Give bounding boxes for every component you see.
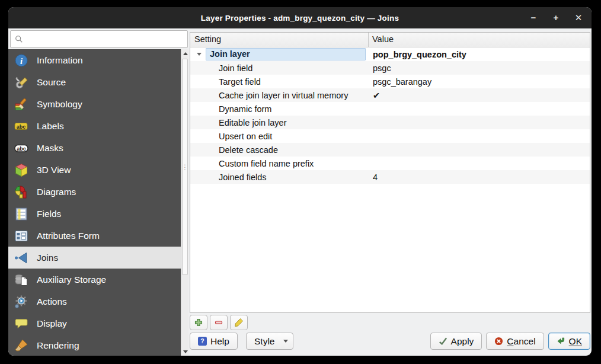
sidebar-item-label: Actions <box>37 296 67 307</box>
actions-icon <box>14 295 28 309</box>
value-cell: pop_brgy_quezon_city <box>368 50 590 59</box>
sidebar-item-3d-view[interactable]: 3D View <box>8 159 181 181</box>
setting-cell: Dynamic form <box>190 102 368 116</box>
table-row-target-field[interactable]: Target fieldpsgc_barangay <box>190 75 590 88</box>
sidebar-item-label: Fields <box>37 209 61 219</box>
setting-label: Join layer <box>206 48 366 60</box>
sidebar-item-label: Source <box>37 77 66 88</box>
joins-icon <box>14 251 28 265</box>
column-header-setting[interactable]: Setting <box>194 34 221 44</box>
window-controls: − + ✕ <box>529 7 583 28</box>
scrollbar-thumb[interactable]: ••• <box>182 59 188 275</box>
sidebar-item-label: Information <box>37 55 83 66</box>
table-row-editable-join-layer[interactable]: Editable join layer <box>190 116 590 129</box>
plus-icon <box>194 318 203 327</box>
cancel-button[interactable]: Cancel <box>486 333 544 350</box>
setting-label: Joined fields <box>219 173 267 182</box>
sidebar-scrollbar[interactable]: ••• <box>181 49 188 356</box>
setting-cell: Editable join layer <box>190 116 368 129</box>
help-button[interactable]: ? Help <box>190 333 238 350</box>
svg-text:abc: abc <box>17 145 26 151</box>
sidebar-item-label: Auxiliary Storage <box>37 274 106 285</box>
add-join-button[interactable] <box>190 315 207 330</box>
sidebar-item-labels[interactable]: abcLabels <box>8 115 181 137</box>
setting-cell: Join layer <box>190 47 368 61</box>
dialog-footer: ? Help Style Apply Cancel <box>190 333 590 350</box>
sidebar-search <box>10 30 188 48</box>
search-input[interactable] <box>23 31 187 47</box>
maximize-button[interactable]: + <box>551 7 561 28</box>
table-row-cache-join-layer-in-virtual-memory[interactable]: Cache join layer in virtual memory✔ <box>190 88 590 102</box>
svg-text:abc: abc <box>17 123 26 129</box>
setting-cell: Custom field name prefix <box>190 157 368 170</box>
symbology-icon <box>14 97 28 111</box>
sidebar-item-label: Diagrams <box>37 187 76 197</box>
fields-icon <box>14 207 28 221</box>
scroll-down-icon[interactable] <box>181 347 189 356</box>
setting-label: Target field <box>219 77 261 87</box>
ok-arrow-icon <box>557 337 565 346</box>
titlebar[interactable]: Layer Properties - adm_brgy_quezon_city … <box>8 7 592 28</box>
sidebar-item-fields[interactable]: Fields <box>8 203 181 225</box>
scroll-up-icon[interactable] <box>181 49 189 58</box>
settings-table-body: Join layerpop_brgy_quezon_cityJoin field… <box>190 47 590 312</box>
apply-button[interactable]: Apply <box>430 333 482 350</box>
table-row-join-layer[interactable]: Join layerpop_brgy_quezon_city <box>190 47 590 61</box>
sidebar-item-masks[interactable]: abcMasks <box>8 137 181 159</box>
check-icon <box>439 337 447 346</box>
table-row-custom-field-name-prefix[interactable]: Custom field name prefix <box>190 157 590 170</box>
pencil-icon <box>234 318 244 327</box>
setting-label: Editable join layer <box>219 118 286 127</box>
value-cell: psgc <box>368 63 590 73</box>
setting-label: Join field <box>219 63 252 73</box>
setting-cell: Joined fields <box>190 170 368 184</box>
value-cell: psgc_barangay <box>368 77 590 87</box>
information-icon: i <box>14 53 28 68</box>
table-row-dynamic-form[interactable]: Dynamic form <box>190 102 590 116</box>
remove-join-button[interactable] <box>210 315 228 330</box>
sidebar-item-source[interactable]: Source <box>8 71 181 93</box>
sidebar-item-rendering[interactable]: Rendering <box>8 334 181 356</box>
layer-properties-dialog: Layer Properties - adm_brgy_quezon_city … <box>8 7 592 356</box>
value-cell: 4 <box>368 173 590 182</box>
table-row-joined-fields[interactable]: Joined fields4 <box>190 170 590 184</box>
sidebar-item-label: Joins <box>37 253 58 263</box>
value-cell: ✔ <box>368 91 590 100</box>
sidebar-item-actions[interactable]: Actions <box>8 290 181 312</box>
help-icon: ? <box>198 337 207 346</box>
sidebar-item-display[interactable]: Display <box>8 312 181 334</box>
sidebar-item-label: Rendering <box>37 340 79 351</box>
properties-sidebar: iInformationSourceSymbologyabcLabelsabcM… <box>8 49 181 356</box>
sidebar-item-label: Display <box>37 318 67 329</box>
edit-join-button[interactable] <box>230 315 248 330</box>
display-icon <box>14 317 28 331</box>
sidebar-item-joins[interactable]: Joins <box>8 247 181 269</box>
table-row-join-field[interactable]: Join fieldpsgc <box>190 61 590 75</box>
minimize-button[interactable]: − <box>529 7 538 28</box>
source-icon <box>14 75 28 90</box>
column-divider[interactable] <box>368 33 369 47</box>
expander-icon[interactable] <box>197 53 202 56</box>
style-button[interactable]: Style <box>246 333 293 350</box>
sidebar-item-label: Attributes Form <box>37 231 100 241</box>
sidebar-item-label: Labels <box>37 121 64 132</box>
sidebar-item-diagrams[interactable]: Diagrams <box>8 181 181 203</box>
masks-icon: abc <box>14 141 28 155</box>
cancel-icon <box>494 337 503 346</box>
sidebar-item-auxiliary-storage[interactable]: Auxiliary Storage <box>8 269 181 290</box>
ok-button[interactable]: OK <box>548 333 590 350</box>
search-icon <box>15 35 23 43</box>
setting-label: Delete cascade <box>219 145 278 155</box>
sidebar-item-symbology[interactable]: Symbology <box>8 93 181 115</box>
sidebar-item-label: Masks <box>37 143 63 154</box>
setting-label: Upsert on edit <box>219 132 272 141</box>
sidebar-item-attributes-form[interactable]: Attributes Form <box>8 225 181 247</box>
setting-cell: Delete cascade <box>190 143 368 157</box>
table-row-upsert-on-edit[interactable]: Upsert on edit <box>190 129 590 143</box>
close-button[interactable]: ✕ <box>574 7 583 28</box>
column-header-value[interactable]: Value <box>372 34 394 44</box>
diagrams-icon <box>14 185 28 199</box>
table-row-delete-cascade[interactable]: Delete cascade <box>190 143 590 157</box>
sidebar-item-information[interactable]: iInformation <box>8 49 181 71</box>
setting-cell: Join field <box>190 61 368 75</box>
